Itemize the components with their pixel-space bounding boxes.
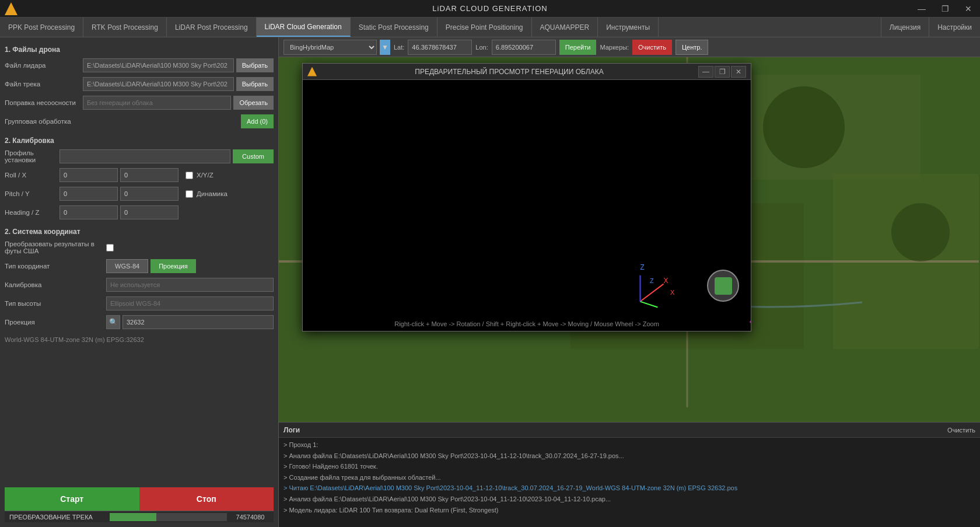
clear-logs-button[interactable]: Очистить <box>947 427 975 434</box>
preview-maximize-button[interactable]: ❐ <box>715 66 730 78</box>
map-toolbar: BingHybridMap ▼ Lat: Lon: Перейти Маркер… <box>279 37 980 57</box>
z-axis-label: Z <box>650 277 654 284</box>
logs-content[interactable]: > Проход 1:> Анализ файла E:\Datasets\Li… <box>279 438 980 527</box>
right-area: BingHybridMap ▼ Lat: Lon: Перейти Маркер… <box>279 37 980 527</box>
search-icon: 🔍 <box>109 318 118 326</box>
map-select-dropdown-arrow[interactable]: ▼ <box>380 40 390 55</box>
install-profile-label: Профиль установки <box>5 149 57 163</box>
pitch-input-2[interactable] <box>120 187 178 201</box>
track-file-choose-button[interactable]: Выбрать <box>236 77 274 91</box>
progress-track <box>110 513 227 521</box>
heading-input-2[interactable] <box>120 205 178 219</box>
license-button[interactable]: Лицензия <box>881 18 929 37</box>
window-controls: — ❐ ✕ <box>910 0 980 18</box>
progress-label: ПРЕОБРАЗОВАНИЕ ТРЕКА <box>5 514 110 521</box>
svg-point-13 <box>891 203 950 261</box>
misalign-cut-button[interactable]: Обрезать <box>233 96 274 110</box>
stop-button[interactable]: Стоп <box>139 487 274 511</box>
group-process-row: Групповая обработка Add (0) <box>5 114 274 128</box>
progress-bar-row: ПРЕОБРАЗОВАНИЕ ТРЕКА 74574080 <box>5 511 274 522</box>
preview-close-button[interactable]: ✕ <box>731 66 746 78</box>
tab-ppk[interactable]: PPK Post Processing <box>0 18 83 37</box>
tab-rtk[interactable]: RTK Post Processing <box>83 18 167 37</box>
minimize-button[interactable]: — <box>910 0 933 18</box>
proj-search-row: 🔍 <box>106 315 274 329</box>
lidar-file-label: Файл лидара <box>5 62 80 69</box>
progress-value: 74574080 <box>227 514 274 521</box>
heading-row: Heading / Z <box>5 205 274 219</box>
log-line: > Проход 1: <box>284 440 975 451</box>
convert-feet-label: Преобразовать результаты в футы США <box>5 240 104 254</box>
center-button[interactable]: Центр. <box>676 40 709 55</box>
goto-button[interactable]: Перейти <box>559 40 597 55</box>
add-button[interactable]: Add (0) <box>241 114 274 128</box>
log-line: > Читаю E:\Datasets\LiDAR\Aerial\100 M30… <box>284 483 975 494</box>
close-button[interactable]: ✕ <box>957 0 980 18</box>
tab-tools[interactable]: Инструменты <box>598 18 659 37</box>
tab-right-buttons: Лицензия Настройки <box>881 18 980 37</box>
log-line: > Модель лидара: LiDAR 100 Тип возврата:… <box>284 505 975 516</box>
circle-action-button[interactable] <box>707 270 739 302</box>
tab-precise[interactable]: Precise Point Positioning <box>438 18 532 37</box>
projection-row: Проекция 🔍 <box>5 315 274 329</box>
lat-input[interactable] <box>408 40 472 55</box>
convert-feet-checkbox[interactable] <box>106 244 114 252</box>
tab-aqua[interactable]: AQUAMAPPER <box>532 18 598 37</box>
tab-lidar-cloud[interactable]: LiDAR Cloud Generation <box>257 18 351 37</box>
search-icon-box: 🔍 <box>106 315 120 329</box>
log-line: > Анализ файла E:\Datasets\LiDAR\Aerial\… <box>284 494 975 505</box>
proj-info-text: World-WGS 84-UTM-zone 32N (m) EPSG:32632 <box>5 336 274 343</box>
custom-button[interactable]: Custom <box>233 149 274 163</box>
svg-point-12 <box>763 86 845 168</box>
tab-lidar-pp[interactable]: LiDAR Post Processing <box>167 18 257 37</box>
lidar-file-choose-button[interactable]: Выбрать <box>236 58 274 72</box>
wgs84-button[interactable]: WGS-84 <box>106 259 148 273</box>
coord-type-row: Тип координат WGS-84 Проекция <box>5 259 274 273</box>
tab-static[interactable]: Static Post Processing <box>351 18 438 37</box>
roll-input-2[interactable] <box>120 168 178 182</box>
dynamic-checkbox[interactable] <box>186 190 193 198</box>
track-file-row: Файл трека Выбрать <box>5 77 274 91</box>
roll-input-1[interactable] <box>60 168 118 182</box>
map-background: ПРЕДВАРИТЕЛЬНЫЙ ПРОСМОТР ГЕНЕРАЦИИ ОБЛАК… <box>279 57 980 422</box>
misalign-label: Поправка несоосности <box>5 99 80 106</box>
lidar-file-input[interactable] <box>83 58 234 72</box>
pitch-label: Pitch / Y <box>5 190 57 197</box>
lidar-file-row: Файл лидара Выбрать <box>5 58 274 72</box>
group-process-label: Групповая обработка <box>5 118 80 125</box>
lon-input[interactable] <box>492 40 556 55</box>
coord-type-label: Тип координат <box>5 263 104 270</box>
map-container[interactable]: ПРЕДВАРИТЕЛЬНЫЙ ПРОСМОТР ГЕНЕРАЦИИ ОБЛАК… <box>279 57 980 422</box>
preview-content[interactable]: X Z <box>303 80 751 331</box>
main-layout: 1. Файлы дрона Файл лидара Выбрать Файл … <box>0 37 980 527</box>
height-type-input[interactable] <box>106 296 274 310</box>
install-profile-row: Профиль установки Custom <box>5 149 274 163</box>
app-icon <box>5 2 18 15</box>
svg-rect-14 <box>303 81 751 331</box>
projection-button[interactable]: Проекция <box>150 259 195 273</box>
logs-title: Логи <box>284 426 947 434</box>
xyz-checkbox[interactable] <box>186 172 193 179</box>
clear-markers-button[interactable]: Очистить <box>632 40 672 55</box>
track-file-input[interactable] <box>83 77 234 91</box>
drone-files-section-title: 1. Файлы дрона <box>5 46 274 54</box>
projection-label: Проекция <box>5 319 104 326</box>
title-bar: LiDAR CLOUD GENERATION — ❐ ✕ <box>0 0 980 18</box>
track-file-label: Файл трека <box>5 81 80 88</box>
roll-row: Roll / X X/Y/Z <box>5 168 274 182</box>
calib-value-input[interactable] <box>106 278 274 292</box>
restore-button[interactable]: ❐ <box>933 0 957 18</box>
settings-button[interactable]: Настройки <box>929 18 980 37</box>
calib-row-label: Калибровка <box>5 281 104 288</box>
start-button[interactable]: Старт <box>5 487 139 511</box>
log-line: > Анализ файла E:\Datasets\LiDAR\Aerial\… <box>284 451 975 462</box>
pitch-input-1[interactable] <box>60 187 118 201</box>
preview-minimize-button[interactable]: — <box>698 66 713 78</box>
map-type-select[interactable]: BingHybridMap <box>284 40 377 55</box>
install-profile-input[interactable] <box>60 149 230 163</box>
logs-header: Логи Очистить <box>279 423 980 438</box>
projection-input[interactable] <box>123 315 274 329</box>
xyz-checkbox-row: X/Y/Z <box>186 172 214 179</box>
heading-input-1[interactable] <box>60 205 118 219</box>
misalign-input[interactable] <box>83 96 231 110</box>
